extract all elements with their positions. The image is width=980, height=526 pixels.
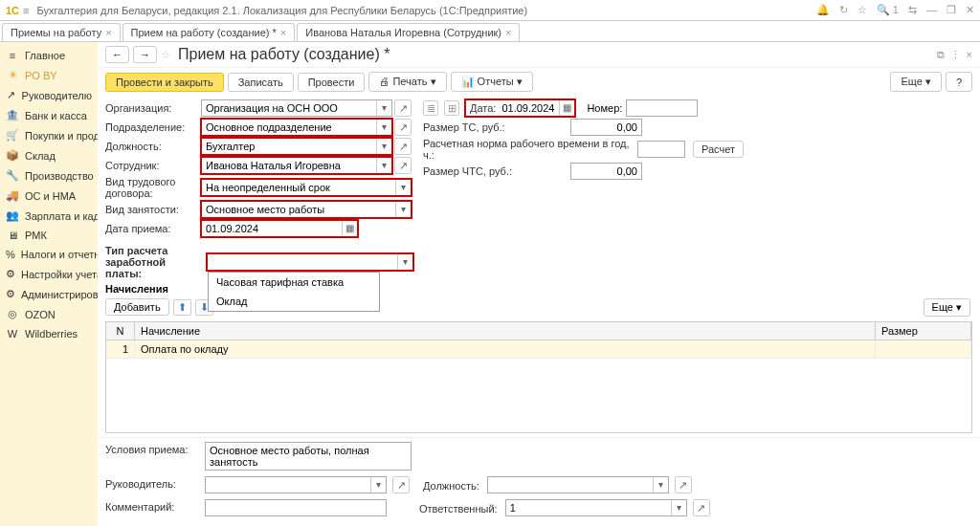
position2-label: Должность: — [423, 478, 479, 492]
number-label: Номер: — [587, 102, 622, 114]
calendar-icon[interactable]: ▦ — [559, 100, 574, 116]
favorite-icon[interactable]: ☆ — [161, 49, 170, 61]
manager-combo[interactable]: ▾ — [205, 476, 387, 493]
minimize-icon[interactable]: — — [926, 4, 937, 16]
nav-admin[interactable]: ⚙Администрирование — [0, 284, 98, 304]
comment-input[interactable] — [205, 499, 387, 516]
position2-combo[interactable]: ▾ — [487, 476, 669, 493]
number-input[interactable] — [626, 99, 698, 117]
responsible-combo[interactable]: ▾ — [505, 499, 687, 516]
wb-icon: W — [6, 328, 19, 340]
reports-button[interactable]: 📊 Отчеты ▾ — [451, 72, 533, 92]
rate-ts-input[interactable] — [570, 119, 642, 136]
nav-main[interactable]: ≡Главное — [0, 46, 98, 65]
add-button[interactable]: Добавить — [105, 298, 169, 316]
nav-sales[interactable]: 🛒Покупки и продажи — [0, 125, 98, 145]
write-button[interactable]: Записать — [228, 73, 294, 92]
nav-poby[interactable]: ✳PO BY — [0, 65, 98, 85]
open-button[interactable]: ↗ — [392, 476, 410, 493]
tab-hire-create[interactable]: Прием на работу (создание) *× — [122, 23, 296, 41]
more-button[interactable]: Еще ▾ — [890, 72, 941, 92]
maximize-icon[interactable]: ❐ — [947, 4, 956, 16]
salary-type-label: Тип расчета заработной платы: — [105, 245, 201, 279]
close-icon[interactable]: × — [967, 49, 972, 61]
contract-label: Вид трудового договора: — [105, 176, 201, 199]
emptype-combo[interactable]: ▾ — [201, 201, 412, 218]
kebab-icon[interactable]: ⋮ — [950, 49, 961, 61]
org-combo[interactable]: ▾ — [201, 99, 392, 117]
bell-icon[interactable]: 🔔 — [816, 4, 830, 16]
accruals-table: N Начисление Размер 1 Оплата по окладу — [105, 321, 972, 433]
open-button[interactable]: ↗ — [394, 119, 412, 136]
chevron-down-icon[interactable]: ▾ — [376, 139, 391, 154]
emp-combo[interactable]: ▾ — [201, 157, 392, 174]
hamburger-icon[interactable]: ≡ — [23, 5, 29, 16]
nav-assets[interactable]: 🚚ОС и НМА — [0, 186, 98, 206]
registry-icon[interactable]: ≣ — [423, 100, 438, 116]
close-icon[interactable]: × — [505, 27, 511, 38]
responsible-label: Ответственный: — [419, 501, 498, 515]
search-icon[interactable]: 🔍 1 — [877, 4, 899, 16]
chevron-down-icon[interactable]: ▾ — [653, 477, 668, 493]
dept-combo[interactable]: ▾ — [201, 119, 392, 136]
chevron-down-icon[interactable]: ▾ — [376, 120, 391, 135]
chevron-down-icon[interactable]: ▾ — [671, 500, 686, 515]
link-icon[interactable]: ⧉ — [937, 49, 945, 61]
conditions-label: Условия приема: — [105, 442, 201, 455]
chevron-down-icon[interactable]: ▾ — [370, 477, 386, 493]
contract-combo[interactable]: ▾ — [201, 179, 412, 196]
star-icon[interactable]: ☆ — [858, 4, 867, 16]
nav-wildberries[interactable]: WWildberries — [0, 324, 98, 343]
salary-type-combo[interactable]: ▾ Часовая тарифная ставка Оклад — [207, 253, 413, 271]
open-button[interactable]: ↗ — [394, 138, 412, 155]
hiredate-input[interactable]: ▦ — [201, 220, 358, 237]
close-icon[interactable]: × — [105, 27, 111, 38]
nav-warehouse[interactable]: 📦Склад — [0, 145, 98, 165]
open-button[interactable]: ↗ — [693, 499, 710, 516]
chevron-down-icon[interactable]: ▾ — [376, 158, 391, 173]
chevron-down-icon[interactable]: ▾ — [395, 180, 411, 195]
nav-production[interactable]: 🔧Производство — [0, 165, 98, 186]
nav-hr[interactable]: 👥Зарплата и кадры — [0, 206, 98, 226]
dd-salary[interactable]: Оклад — [209, 292, 379, 311]
posting-icon[interactable]: ⊞ — [444, 100, 459, 116]
calendar-icon[interactable]: ▦ — [342, 221, 357, 236]
chevron-down-icon[interactable]: ▾ — [376, 100, 391, 116]
nav-bank[interactable]: 🏦Банк и касса — [0, 105, 98, 125]
date-input[interactable]: Дата: ▦ — [465, 99, 575, 117]
move-up-icon[interactable]: ⬆ — [173, 299, 191, 316]
print-button[interactable]: 🖨 Печать ▾ — [368, 72, 446, 92]
calc-button[interactable]: Расчет — [693, 141, 744, 158]
more-button[interactable]: Еще ▾ — [924, 298, 970, 317]
tab-employee[interactable]: Иванова Наталья Игоревна (Сотрудник)× — [297, 23, 520, 41]
tab-hires[interactable]: Приемы на работу× — [2, 23, 121, 41]
close-icon[interactable]: ✕ — [966, 4, 974, 16]
nav-rmk[interactable]: 🖥РМК — [0, 226, 98, 245]
nav-ozon[interactable]: ◎OZON — [0, 304, 98, 324]
history-icon[interactable]: ↻ — [839, 4, 848, 16]
chevron-down-icon[interactable]: ▾ — [395, 202, 411, 217]
chevron-down-icon[interactable]: ▾ — [397, 254, 412, 270]
nav-settings[interactable]: ⚙Настройки учета — [0, 264, 98, 284]
norm-input[interactable] — [637, 141, 685, 158]
truck-icon: 🚚 — [6, 189, 19, 202]
conditions-input[interactable]: Основное место работы, полная занятость — [205, 442, 412, 471]
back-button[interactable]: ← — [105, 46, 129, 63]
open-button[interactable]: ↗ — [394, 99, 412, 117]
close-icon[interactable]: × — [280, 27, 286, 38]
table-row[interactable]: 1 Оплата по окладу — [106, 340, 971, 359]
help-button[interactable]: ? — [946, 72, 972, 92]
rate-chts-input[interactable] — [570, 163, 642, 180]
post-close-button[interactable]: Провести и закрыть — [105, 73, 224, 92]
pos-combo[interactable]: ▾ — [201, 138, 392, 155]
open-button[interactable]: ↗ — [394, 157, 412, 174]
open-button[interactable]: ↗ — [675, 476, 692, 493]
col-n: N — [106, 322, 135, 340]
emptype-label: Вид занятости: — [105, 204, 201, 215]
nav-tax[interactable]: %Налоги и отчетность — [0, 245, 98, 264]
dd-hourly[interactable]: Часовая тарифная ставка — [209, 273, 379, 292]
nav-manager[interactable]: ↗Руководителю — [0, 85, 98, 105]
forward-button[interactable]: → — [133, 46, 157, 63]
post-button[interactable]: Провести — [298, 73, 366, 92]
settings-icon[interactable]: ⇆ — [908, 4, 917, 16]
